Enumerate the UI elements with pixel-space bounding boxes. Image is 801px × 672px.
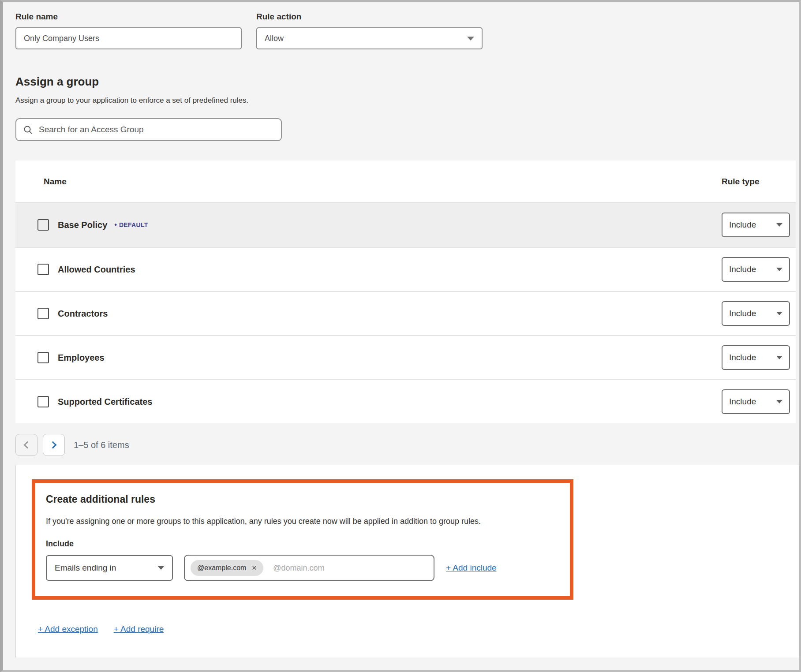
next-page-button[interactable] [43,434,65,456]
row-checkbox[interactable] [37,264,49,275]
assign-group-description: Assign a group to your application to en… [15,96,799,105]
create-additional-rules-highlight: Create additional rules If you're assign… [32,479,573,600]
chevron-down-icon [776,400,782,403]
table-row: Employees Include [15,335,796,379]
condition-select-value: Emails ending in [55,563,116,573]
rule-name-input[interactable] [15,27,242,49]
chevron-down-icon [467,37,474,41]
previous-page-button[interactable] [15,434,37,456]
column-header-name: Name [15,177,722,187]
email-domain-chip: @example.com ✕ [191,560,263,576]
footer-links: + Add exception + Add require [38,624,799,634]
row-name-cell: Supported Certificates [15,396,722,407]
rule-type-dropdown[interactable]: Include [722,301,790,326]
remove-tag-icon[interactable]: ✕ [251,565,257,571]
row-name-label: Contractors [58,309,108,319]
row-name-label: Base Policy [58,220,107,230]
search-icon [23,125,33,134]
assign-group-heading: Assign a group [15,75,799,89]
rule-type-value: Include [729,265,756,274]
table-row: Contractors Include [15,291,796,335]
rule-action-select[interactable]: Allow [256,27,483,49]
table-row: Allowed Countries Include [15,247,796,291]
rule-type-dropdown[interactable]: Include [722,213,790,237]
rule-type-value: Include [729,397,756,407]
pagination: 1–5 of 6 items [15,434,799,456]
chevron-down-icon [776,312,782,315]
chevron-down-icon [776,268,782,271]
rule-type-dropdown[interactable]: Include [722,257,790,282]
rule-action-label: Rule action [256,12,483,22]
row-checkbox[interactable] [37,308,49,319]
column-header-rule-type: Rule type [722,177,790,187]
row-name-label: Employees [58,353,105,363]
rule-type-dropdown[interactable]: Include [722,389,790,414]
rule-name-label: Rule name [15,12,242,22]
rule-type-value: Include [729,353,756,362]
rule-type-value: Include [729,220,756,230]
row-name-label: Supported Certificates [58,397,152,407]
add-require-link[interactable]: + Add require [114,624,164,634]
chevron-left-icon [24,441,31,449]
chevron-down-icon [158,566,164,570]
add-exception-link[interactable]: + Add exception [38,624,98,634]
chevron-down-icon [776,356,782,359]
chevron-down-icon [776,223,782,227]
row-checkbox[interactable] [37,352,49,363]
condition-select[interactable]: Emails ending in [46,555,173,581]
row-name-cell: Contractors [15,308,722,319]
add-include-link[interactable]: + Add include [446,563,497,573]
rule-type-value: Include [729,309,756,318]
table-header: Name Rule type [15,161,796,203]
table-row: Supported Certificates Include [15,379,796,423]
rule-action-value: Allow [265,34,284,43]
rule-name-field-group: Rule name [15,12,242,49]
include-rule-row: Emails ending in @example.com ✕ @domain.… [46,555,557,581]
row-checkbox[interactable] [37,396,49,407]
additional-rules-description: If you're assigning one or more groups t… [46,517,557,526]
email-domain-tag-input[interactable]: @example.com ✕ @domain.com [184,555,434,581]
row-name-label: Allowed Countries [58,265,135,275]
default-badge: DEFAULT [114,221,148,229]
group-table-body: Base Policy DEFAULT Include Allowed Coun… [15,203,796,423]
table-row: Base Policy DEFAULT Include [15,203,796,247]
search-input[interactable] [39,125,274,134]
chevron-right-icon [49,441,57,449]
include-label: Include [46,539,557,549]
pagination-info: 1–5 of 6 items [74,440,129,450]
additional-rules-heading: Create additional rules [46,493,557,505]
row-checkbox[interactable] [37,219,49,231]
additional-rules-card: Create additional rules If you're assign… [15,465,799,657]
rule-form: Rule name Rule action Allow [3,2,799,49]
row-name-cell: Allowed Countries [15,264,722,275]
access-group-search[interactable] [15,118,282,141]
row-name-cell: Base Policy DEFAULT [15,219,722,231]
row-name-cell: Employees [15,352,722,363]
tag-input-placeholder: @domain.com [273,564,324,573]
rule-type-dropdown[interactable]: Include [722,345,790,370]
rule-action-field-group: Rule action Allow [256,12,483,49]
chip-label: @example.com [197,564,246,572]
access-group-table: Name Rule type Base Policy DEFAULT Inclu… [15,161,796,423]
